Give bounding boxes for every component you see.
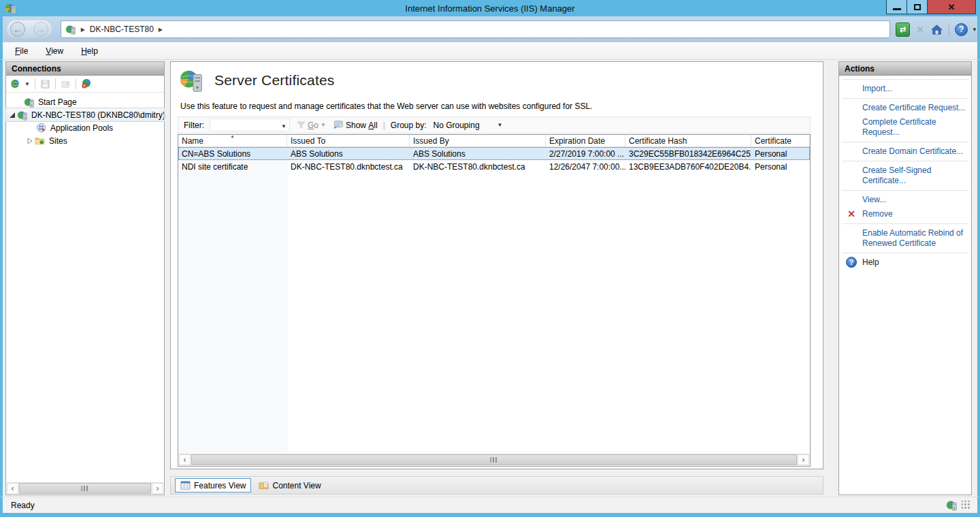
action-enable-automatic-rebind[interactable]: Enable Automatic Rebind of Renewed Certi… bbox=[839, 226, 971, 251]
scroll-left-icon[interactable]: ‹ bbox=[7, 483, 18, 494]
collapsed-twisty-icon[interactable] bbox=[27, 138, 33, 144]
title-bar: Internet Information Services (IIS) Mana… bbox=[0, 0, 980, 16]
action-remove[interactable]: ✕ Remove bbox=[839, 207, 971, 221]
delete-connection-icon[interactable] bbox=[81, 78, 92, 89]
scroll-right-icon[interactable]: › bbox=[152, 483, 163, 494]
tree-item-sites[interactable]: Sites bbox=[6, 134, 164, 147]
remove-x-icon: ✕ bbox=[845, 208, 858, 219]
help-icon: ? bbox=[845, 257, 858, 268]
close-button[interactable]: ✕ bbox=[928, 0, 975, 14]
menu-file[interactable]: File bbox=[15, 46, 28, 56]
action-create-domain-certificate[interactable]: Create Domain Certificate... bbox=[839, 144, 971, 159]
cell-issued-to: ABS Solutions bbox=[287, 149, 410, 159]
menu-view[interactable]: View bbox=[46, 46, 63, 56]
breadcrumb-item[interactable]: DK-NBC-TEST80 bbox=[90, 25, 154, 34]
tree-item-server[interactable]: DK-NBC-TEST80 (DKNBC80\dmitry) bbox=[6, 108, 164, 121]
toolbar-divider bbox=[76, 78, 76, 89]
back-button[interactable]: ← bbox=[10, 22, 25, 37]
connections-horizontal-scrollbar[interactable]: ‹ › bbox=[7, 482, 163, 494]
menu-help[interactable]: Help bbox=[81, 46, 98, 56]
address-toolbar: ⇄ ✕ ? ▼ bbox=[896, 22, 977, 37]
column-header-certificate-hash[interactable]: Certificate Hash bbox=[625, 135, 751, 146]
server-icon bbox=[17, 110, 29, 121]
save-connection-icon[interactable] bbox=[40, 79, 50, 89]
iis-logo-icon bbox=[5, 2, 17, 14]
actions-divider bbox=[842, 79, 968, 80]
minimize-button[interactable] bbox=[887, 0, 907, 14]
help-dropdown-icon[interactable]: ▼ bbox=[972, 27, 977, 33]
tab-label: Features View bbox=[194, 481, 246, 490]
column-header-certificate-store[interactable]: Certificate Store bbox=[751, 135, 810, 146]
actions-divider bbox=[842, 98, 968, 99]
create-connection-dropdown-icon[interactable]: ▼ bbox=[24, 81, 30, 87]
refresh-icon[interactable]: ⇄ bbox=[896, 22, 910, 37]
cell-issued-to: DK-NBC-TEST80.dknbctest.ca bbox=[287, 162, 410, 172]
resize-grip[interactable] bbox=[962, 501, 970, 510]
tree-item-start-page[interactable]: Start Page bbox=[6, 95, 164, 108]
navigation-bar: ← → ▶ DK-NBC-TEST80 ▶ ⇄ ✕ bbox=[0, 16, 980, 42]
table-row[interactable]: NDI site certificate DK-NBC-TEST80.dknbc… bbox=[178, 160, 810, 173]
column-header-name[interactable]: Name▲ bbox=[178, 135, 287, 146]
cell-certificate-store: Personal bbox=[751, 149, 810, 159]
action-create-self-signed-certificate[interactable]: Create Self-Signed Certificate... bbox=[839, 163, 971, 188]
group-by-dropdown-icon[interactable]: ▼ bbox=[497, 122, 503, 128]
page-title: Server Certificates bbox=[214, 72, 335, 89]
scrollbar-thumb[interactable] bbox=[191, 454, 797, 465]
filter-dropdown-icon[interactable]: ▼ bbox=[281, 123, 287, 129]
sites-folder-icon bbox=[35, 136, 46, 146]
iis-page-icon bbox=[24, 97, 35, 108]
go-button[interactable]: Go bbox=[308, 121, 318, 130]
feature-description: Use this feature to request and manage c… bbox=[180, 101, 592, 111]
tab-features-view[interactable]: Features View bbox=[175, 478, 251, 492]
scroll-right-icon[interactable]: › bbox=[798, 454, 809, 465]
help-icon[interactable]: ? bbox=[955, 23, 968, 36]
status-text: Ready bbox=[11, 501, 35, 510]
actions-divider bbox=[842, 161, 968, 161]
list-horizontal-scrollbar[interactable]: ‹ › bbox=[179, 454, 809, 465]
action-import[interactable]: Import... bbox=[839, 82, 971, 96]
toolbar-divider: | bbox=[383, 121, 385, 130]
scroll-left-icon[interactable]: ‹ bbox=[179, 454, 191, 465]
view-tab-bar: Features View Content View bbox=[170, 476, 823, 495]
show-all-button[interactable]: Show All bbox=[346, 121, 378, 130]
cell-expiration-date: 12/26/2047 7:00:00... bbox=[546, 162, 625, 172]
filter-input[interactable]: ▼ bbox=[210, 119, 290, 131]
sorted-column-tint bbox=[179, 147, 288, 454]
server-icon bbox=[65, 24, 76, 35]
column-header-issued-to[interactable]: Issued To bbox=[287, 135, 410, 146]
action-complete-certificate-request[interactable]: Complete Certificate Request... bbox=[839, 115, 971, 140]
iis-status-icon bbox=[946, 499, 958, 511]
stop-icon[interactable]: ✕ bbox=[914, 23, 926, 35]
forward-button[interactable]: → bbox=[33, 22, 48, 37]
group-by-select[interactable]: No Grouping bbox=[434, 121, 480, 130]
column-header-expiration-date[interactable]: Expiration Date bbox=[546, 135, 625, 146]
tab-content-view[interactable]: Content View bbox=[254, 478, 325, 492]
home-icon[interactable] bbox=[930, 23, 943, 36]
maximize-button[interactable] bbox=[907, 0, 928, 14]
connections-header: Connections bbox=[6, 62, 164, 76]
go-dropdown-icon[interactable]: ▼ bbox=[321, 122, 326, 128]
tree-item-application-pools[interactable]: Application Pools bbox=[6, 121, 164, 134]
connections-tree: Start Page DK- bbox=[6, 93, 164, 147]
actions-list: Import... Create Certificate Request... … bbox=[839, 76, 971, 270]
filter-label: Filter: bbox=[184, 121, 204, 130]
group-by-label: Group by: bbox=[391, 121, 427, 130]
cell-certificate-hash: 13CB9EE3ADB760F402DE20B4... bbox=[625, 162, 751, 172]
tree-item-label: Start Page bbox=[38, 97, 77, 107]
scrollbar-thumb[interactable] bbox=[19, 483, 151, 494]
actions-divider bbox=[842, 142, 968, 142]
certificates-list: Name▲ Issued To Issued By Expiration Dat… bbox=[178, 134, 811, 467]
expanded-twisty-icon[interactable] bbox=[9, 112, 16, 119]
table-row[interactable]: CN=ABS Solutions ABS Solutions ABS Solut… bbox=[178, 147, 810, 160]
action-help[interactable]: ? Help bbox=[839, 255, 971, 270]
action-create-certificate-request[interactable]: Create Certificate Request... bbox=[839, 101, 971, 115]
table-header: Name▲ Issued To Issued By Expiration Dat… bbox=[178, 135, 810, 147]
breadcrumb-arrow-icon: ▶ bbox=[159, 27, 163, 33]
server-certificates-icon bbox=[179, 67, 205, 93]
create-connection-icon[interactable] bbox=[10, 78, 21, 89]
edit-connection-icon[interactable] bbox=[61, 79, 71, 89]
column-header-issued-by[interactable]: Issued By bbox=[410, 135, 546, 146]
iis-manager-window: Internet Information Services (IIS) Mana… bbox=[0, 0, 980, 517]
breadcrumb[interactable]: ▶ DK-NBC-TEST80 ▶ bbox=[61, 20, 890, 38]
action-view[interactable]: View... bbox=[839, 193, 971, 207]
